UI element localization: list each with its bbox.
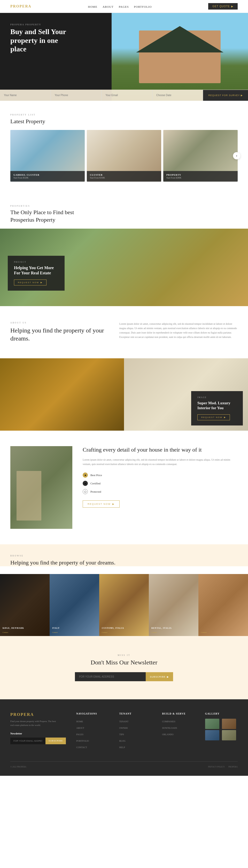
nav-portfolio[interactable]: PORTFOLIO bbox=[134, 5, 152, 8]
gallery-img-4 bbox=[222, 730, 236, 740]
footer-link-about[interactable]: ABOUT bbox=[76, 727, 84, 729]
logo-text: PROPER bbox=[10, 4, 28, 8]
property-card-label-3: PROPERTY Start From $280K bbox=[163, 171, 238, 182]
footer-link-tenant[interactable]: TENANT bbox=[119, 720, 128, 723]
crafting-request-button[interactable]: REQUEST NOW ▶ bbox=[83, 500, 120, 507]
nav-home[interactable]: HOME bbox=[88, 5, 97, 8]
city-label-5: Contact bbox=[198, 627, 248, 636]
protected-icon: ⬡ bbox=[83, 489, 88, 494]
property-card-label-1: GABRIEL CLUSTER Start From $520K bbox=[10, 171, 85, 182]
hero-house-image bbox=[112, 13, 248, 101]
navbar: PROPERA HOME ABOUT PAGES PORTFOLIO GET Q… bbox=[0, 0, 248, 13]
city-card-5[interactable]: Contact bbox=[198, 574, 248, 636]
footer-propera-link[interactable]: PROPERA bbox=[228, 766, 238, 768]
get-quote-button[interactable]: GET QUOTE ▶ bbox=[208, 3, 238, 9]
footer-link-pages[interactable]: PAGES bbox=[76, 733, 84, 736]
footer-build-col: BUILD & SERVE COMPANIES DOWNLOADS ORLAND… bbox=[162, 712, 195, 751]
footer-logo: PROPERA bbox=[10, 712, 66, 717]
city-card-3[interactable]: CUSTOMS, ITALIA Contact bbox=[99, 574, 149, 636]
best-price-icon: ★ bbox=[83, 472, 88, 478]
property-next-button[interactable]: › bbox=[233, 152, 240, 159]
footer-link-portfolio[interactable]: PORTFOLIO bbox=[76, 740, 89, 742]
helping-request-button[interactable]: REQUEST NOW ▶ bbox=[14, 280, 46, 285]
newsletter-subscribe-button[interactable]: SUBSCRIBE ▶ bbox=[146, 672, 173, 681]
luxury-label: IMAGE bbox=[197, 396, 237, 399]
feature-text-3: Protected bbox=[90, 490, 101, 493]
property-name-1: GABRIEL CLUSTER bbox=[13, 174, 82, 176]
footer-link-blog[interactable]: BLOG bbox=[119, 740, 126, 742]
dreams2-label: BROWSE bbox=[10, 555, 238, 557]
hero-date-input[interactable] bbox=[152, 90, 203, 101]
footer-link-companies[interactable]: COMPANIES bbox=[162, 720, 176, 723]
footer-link-owner[interactable]: OWNER bbox=[119, 727, 128, 729]
certified-icon: ● bbox=[83, 481, 88, 486]
footer-build-links: COMPANIES DOWNLOADS ORLANDO bbox=[162, 719, 195, 736]
footer-link-orlando[interactable]: ORLANDO bbox=[162, 733, 174, 736]
luxury-title: Super Mod. Luxury Interior for You bbox=[197, 401, 237, 411]
city-card-4[interactable]: RENTAL, ITALIA Contact bbox=[149, 574, 198, 636]
footer-email-input[interactable] bbox=[10, 738, 45, 744]
luxury-request-button[interactable]: REQUEST NOW ▶ bbox=[197, 414, 230, 420]
city-link-3[interactable]: Contact bbox=[102, 631, 107, 633]
helping-label: PROJECT bbox=[14, 261, 58, 263]
footer-link-contact[interactable]: CONTACT bbox=[76, 746, 87, 749]
property-card-2[interactable]: CLUSTER Start From $350K bbox=[87, 130, 161, 182]
footer-link-help[interactable]: HELP bbox=[119, 746, 125, 749]
property-name-2: CLUSTER bbox=[90, 174, 158, 176]
gallery-img-1 bbox=[205, 719, 219, 729]
dreams2-title: Helping you find the property of your dr… bbox=[10, 559, 238, 566]
hero-phone-input[interactable] bbox=[51, 90, 102, 101]
nav-pages[interactable]: PAGES bbox=[119, 5, 129, 8]
footer-link-home[interactable]: HOME bbox=[76, 720, 83, 723]
property-price-1: Start From $520K bbox=[13, 177, 82, 179]
helping-overlay: PROJECT Helping You Get More For Your Re… bbox=[8, 256, 65, 291]
city-card-2[interactable]: ITALY Contact bbox=[50, 574, 99, 636]
footer-brand: PROPERA Find your dream property with Pr… bbox=[10, 712, 66, 751]
city-link-4[interactable]: Contact bbox=[151, 631, 157, 633]
city-name-4: RENTAL, ITALIA bbox=[151, 627, 196, 629]
hero-submit-button[interactable]: REQUEST FOR SURVEY ▶ bbox=[203, 90, 248, 101]
nav-links: HOME ABOUT PAGES PORTFOLIO bbox=[88, 4, 152, 9]
cities-grid: KØGE, DENMARK Contact ITALY Contact CUST… bbox=[0, 574, 248, 636]
property-card-label-2: CLUSTER Start From $350K bbox=[87, 171, 161, 182]
property-card-3[interactable]: PROPERTY Start From $280K bbox=[163, 130, 238, 182]
city-card-1[interactable]: KØGE, DENMARK Contact bbox=[0, 574, 50, 636]
crafting-image bbox=[10, 446, 72, 529]
city-link-5[interactable]: Contact bbox=[201, 631, 207, 633]
city-name-3: CUSTOMS, ITALIA bbox=[102, 627, 146, 629]
city-link-2[interactable]: Contact bbox=[52, 631, 58, 633]
footer-link-tips[interactable]: TIPS bbox=[119, 733, 124, 736]
footer-bottom: © 2022 PROPERA PRIVACY POLICY PROPERA bbox=[10, 761, 238, 768]
newsletter-label: MISS IT bbox=[10, 654, 238, 656]
footer-privacy-link[interactable]: PRIVACY POLICY bbox=[208, 766, 225, 768]
dreams-section: ABOUT US Helping you find the property o… bbox=[0, 306, 248, 358]
hero-content: PROPERA PROPERTY Buy and Sell Your prope… bbox=[10, 23, 67, 54]
images-row: IMAGE Super Mod. Luxury Interior for You… bbox=[0, 358, 248, 431]
luxury-card: IMAGE Super Mod. Luxury Interior for You… bbox=[191, 391, 243, 426]
hero-brand-label: PROPERA PROPERTY bbox=[10, 23, 67, 26]
footer-subscribe-button[interactable]: SUBSCRIBE bbox=[45, 738, 66, 744]
latest-property-title: Latest Property bbox=[10, 118, 238, 125]
footer-gallery-col: GALLERY bbox=[205, 712, 238, 751]
hero-email-input[interactable] bbox=[101, 90, 152, 101]
gallery-img-2 bbox=[222, 719, 236, 729]
city-label-3: CUSTOMS, ITALIA Contact bbox=[99, 625, 149, 636]
dreams-label: ABOUT US bbox=[10, 322, 109, 324]
dreams-description: Lorem ipsum dolor sit amet, consectetur … bbox=[119, 322, 238, 339]
feature-list: ★ Best Price ● Certified ⬡ Protected bbox=[83, 472, 238, 494]
footer-nav-col: NAVIGATIONS HOME ABOUT PAGES PORTFOLIO C… bbox=[76, 712, 109, 751]
property-grid: GABRIEL CLUSTER Start From $520K CLUSTER… bbox=[10, 130, 238, 182]
footer-copyright: © 2022 PROPERA bbox=[10, 766, 26, 768]
newsletter-email-input[interactable] bbox=[75, 672, 146, 681]
property-card-1[interactable]: GABRIEL CLUSTER Start From $520K bbox=[10, 130, 85, 182]
footer-nav-title: NAVIGATIONS bbox=[76, 712, 109, 715]
city-link-1[interactable]: Contact bbox=[3, 631, 8, 633]
hero-name-input[interactable] bbox=[0, 90, 51, 101]
hero-section: PROPERA PROPERTY Buy and Sell Your prope… bbox=[0, 13, 248, 101]
city-label-1: KØGE, DENMARK Contact bbox=[0, 625, 50, 636]
nav-about[interactable]: ABOUT bbox=[102, 5, 114, 8]
newsletter-form: SUBSCRIBE ▶ bbox=[75, 672, 173, 681]
footer-link-downloads[interactable]: DOWNLOADS bbox=[162, 727, 177, 729]
hero-title: Buy and Sell Your property in one place bbox=[10, 27, 67, 54]
footer-nav-links: HOME ABOUT PAGES PORTFOLIO CONTACT bbox=[76, 719, 109, 749]
